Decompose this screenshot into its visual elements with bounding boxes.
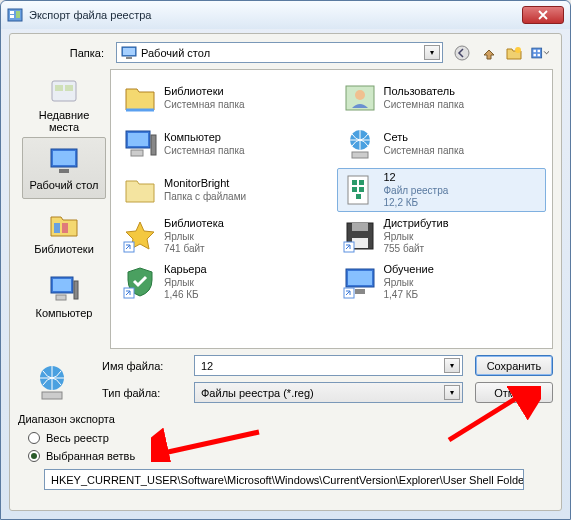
svg-rect-21	[62, 223, 68, 233]
filename-value: 12	[201, 360, 213, 372]
list-item[interactable]: ОбучениеЯрлык1,47 КБ	[337, 260, 547, 304]
svg-rect-1	[10, 11, 14, 14]
radio-icon	[28, 450, 40, 462]
disk-shortcut-icon	[342, 218, 378, 254]
folder-value: Рабочий стол	[141, 47, 210, 59]
place-label: Недавние места	[23, 109, 105, 133]
user-icon	[342, 80, 378, 116]
favorite-shortcut-icon	[122, 218, 158, 254]
network-icon	[342, 126, 378, 162]
computer-icon	[48, 273, 80, 305]
network-icon	[32, 362, 72, 402]
save-button[interactable]: Сохранить	[475, 355, 553, 376]
folder-icon	[122, 172, 158, 208]
svg-rect-13	[538, 53, 540, 55]
desktop-icon	[121, 45, 137, 61]
place-label: Библиотеки	[34, 243, 94, 255]
svg-rect-47	[348, 271, 372, 285]
place-recent[interactable]: Недавние места	[22, 73, 106, 135]
svg-rect-38	[359, 187, 364, 192]
svg-point-8	[515, 47, 521, 53]
cancel-button[interactable]: Отмена	[475, 382, 553, 403]
filetype-row: Тип файла: Файлы реестра (*.reg) ▾ Отмен…	[18, 382, 553, 403]
window-title: Экспорт файла реестра	[29, 9, 522, 21]
place-desktop[interactable]: Рабочий стол	[22, 137, 106, 199]
views-icon[interactable]	[531, 44, 549, 62]
chevron-down-icon[interactable]: ▾	[444, 385, 460, 400]
place-libraries[interactable]: Библиотеки	[22, 201, 106, 263]
places-bar: Недавние места Рабочий стол Библиотеки К…	[18, 69, 110, 349]
chevron-down-icon[interactable]: ▾	[424, 45, 440, 60]
filename-combo[interactable]: 12 ▾	[194, 355, 463, 376]
place-computer[interactable]: Компьютер	[22, 265, 106, 327]
radio-selected-branch[interactable]: Выбранная ветвь	[18, 447, 553, 465]
list-item[interactable]: БиблиотекиСистемная папка	[117, 76, 327, 120]
svg-rect-42	[352, 223, 368, 231]
folder-combo[interactable]: Рабочий стол ▾	[116, 42, 443, 63]
svg-rect-11	[538, 49, 540, 51]
export-registry-dialog: Экспорт файла реестра Папка: Рабочий сто…	[0, 0, 571, 520]
folder-label: Папка:	[18, 47, 110, 59]
radio-label: Весь реестр	[46, 432, 109, 444]
svg-point-27	[355, 90, 365, 100]
titlebar[interactable]: Экспорт файла реестра	[1, 1, 570, 29]
chevron-down-icon[interactable]: ▾	[444, 358, 460, 373]
branch-path-value: HKEY_CURRENT_USER\Software\Microsoft\Win…	[51, 474, 524, 486]
svg-rect-23	[53, 279, 71, 291]
list-item[interactable]: КомпьютерСистемная папка	[117, 122, 327, 166]
back-icon[interactable]	[453, 44, 471, 62]
svg-rect-2	[10, 15, 14, 18]
list-item[interactable]: БиблиотекаЯрлык741 байт	[117, 214, 327, 258]
svg-rect-10	[533, 49, 535, 51]
svg-rect-25	[56, 295, 66, 300]
list-item[interactable]: ДистрибутивЯрлык755 байт	[337, 214, 547, 258]
svg-rect-49	[344, 288, 354, 298]
shield-shortcut-icon	[122, 264, 158, 300]
export-range-label: Диапазон экспорта	[18, 413, 553, 425]
filetype-value: Файлы реестра (*.reg)	[201, 387, 314, 399]
svg-rect-16	[65, 85, 73, 91]
desktop-icon	[48, 145, 80, 177]
svg-rect-6	[126, 57, 132, 59]
svg-rect-9	[532, 48, 542, 58]
svg-rect-40	[124, 242, 134, 252]
list-item[interactable]: СетьСистемная папка	[337, 122, 547, 166]
svg-rect-44	[344, 242, 354, 252]
monitor-shortcut-icon	[342, 264, 378, 300]
radio-whole-registry[interactable]: Весь реестр	[18, 429, 553, 447]
svg-rect-33	[352, 152, 368, 158]
libraries-icon	[122, 80, 158, 116]
svg-rect-12	[533, 53, 535, 55]
svg-rect-35	[352, 180, 357, 185]
client-area: Папка: Рабочий стол ▾ Недавние места	[9, 33, 562, 511]
svg-rect-34	[348, 176, 368, 204]
svg-rect-18	[53, 151, 75, 165]
radio-icon	[28, 432, 40, 444]
svg-rect-36	[359, 180, 364, 185]
close-button[interactable]	[522, 6, 564, 24]
svg-rect-5	[123, 48, 135, 55]
filetype-combo[interactable]: Файлы реестра (*.reg) ▾	[194, 382, 463, 403]
list-item[interactable]: 12Файл реестра12,2 КБ	[337, 168, 547, 212]
recent-icon	[48, 75, 80, 107]
toolbar	[449, 44, 553, 62]
regedit-icon	[7, 7, 23, 23]
computer-icon	[122, 126, 158, 162]
svg-rect-51	[42, 392, 62, 399]
list-item[interactable]: MonitorBrightПапка с файлами	[117, 168, 327, 212]
up-icon[interactable]	[479, 44, 497, 62]
svg-rect-48	[355, 289, 365, 294]
file-list[interactable]: БиблиотекиСистемная папка ПользовательСи…	[110, 69, 553, 349]
new-folder-icon[interactable]	[505, 44, 523, 62]
list-item[interactable]: КарьераЯрлык1,46 КБ	[117, 260, 327, 304]
regfile-icon	[342, 172, 378, 208]
list-item[interactable]: ПользовательСистемная папка	[337, 76, 547, 120]
branch-path-input[interactable]: HKEY_CURRENT_USER\Software\Microsoft\Win…	[44, 469, 524, 490]
svg-rect-45	[124, 288, 134, 298]
middle-area: Недавние места Рабочий стол Библиотеки К…	[18, 69, 553, 349]
svg-point-7	[455, 46, 469, 60]
svg-rect-15	[55, 85, 63, 91]
svg-rect-29	[128, 133, 148, 146]
svg-rect-20	[54, 223, 60, 233]
svg-rect-39	[356, 194, 361, 199]
